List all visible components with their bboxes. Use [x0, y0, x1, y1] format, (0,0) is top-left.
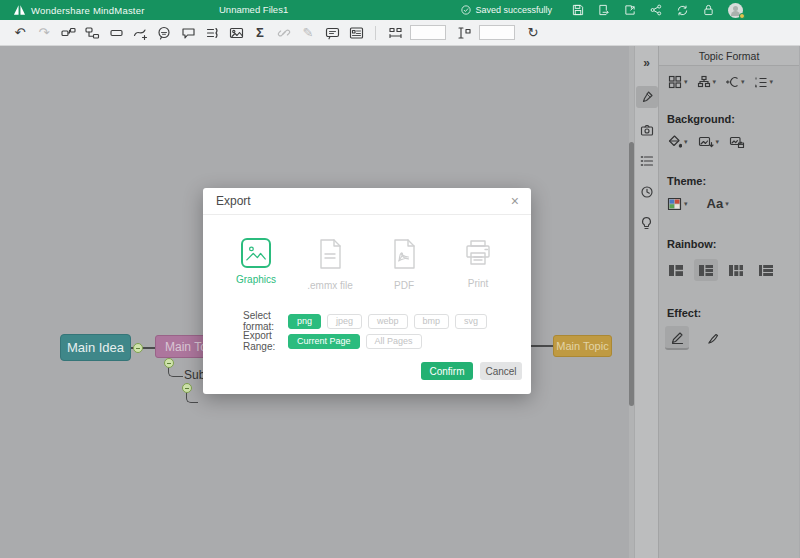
scrollbar-thumb[interactable]: [629, 142, 634, 406]
topic-format-panel: Topic Format ▾ ▾ ▾ ▾ Background: ▾ ▾ The…: [658, 46, 799, 558]
topic-width-input[interactable]: [410, 25, 446, 40]
effect-section-label: Effect:: [659, 307, 799, 319]
panel-title: Topic Format: [659, 46, 799, 66]
outline-view-button[interactable]: [344, 22, 368, 44]
confirm-button[interactable]: Confirm: [421, 362, 473, 380]
lock-icon[interactable]: [703, 4, 714, 16]
fill-color-dropdown[interactable]: ▾: [667, 134, 688, 149]
topbar: Wondershare MindMaster Unnamed Files1 Sa…: [0, 0, 800, 20]
export-type-pdf[interactable]: PDF: [367, 238, 441, 291]
close-icon[interactable]: ×: [511, 194, 519, 208]
collapse-handle-icon[interactable]: [164, 358, 174, 368]
export-type-emmx[interactable]: .emmx file: [293, 238, 367, 291]
hyperlink-button[interactable]: [272, 22, 296, 44]
summary-button[interactable]: [200, 22, 224, 44]
user-avatar[interactable]: [728, 3, 743, 18]
layout-style-dropdown[interactable]: ▾: [668, 75, 688, 89]
font-sample-text: Aa: [707, 196, 724, 211]
save-status: Saved successfully: [461, 5, 552, 15]
background-section-label: Background:: [659, 113, 799, 125]
range-options: Current Page All Pages: [288, 334, 422, 349]
canvas-vertical-scrollbar[interactable]: [629, 46, 634, 558]
caret-down-icon: ▾: [725, 200, 729, 208]
formula-button[interactable]: Σ: [248, 22, 272, 44]
outline-list-button[interactable]: [636, 150, 658, 172]
relationship-button[interactable]: [128, 22, 152, 44]
topic-height-input[interactable]: [479, 25, 515, 40]
brand: Wondershare MindMaster: [0, 4, 145, 16]
cancel-button[interactable]: Cancel: [480, 362, 522, 380]
graphics-icon: [241, 238, 271, 268]
node-main-topic-right[interactable]: Main Topic: [553, 335, 612, 357]
rainbow-style-2-button[interactable]: [694, 259, 718, 281]
format-row: Select format: png jpeg webp bmp svg: [243, 310, 487, 332]
comment-button[interactable]: [152, 22, 176, 44]
rainbow-style-4-button[interactable]: [754, 259, 778, 281]
dialog-title: Export: [216, 194, 511, 208]
share-nodes-icon[interactable]: [650, 4, 662, 16]
export-type-list: Graphics .emmx file PDF Print: [219, 238, 515, 291]
insert-image-button[interactable]: [224, 22, 248, 44]
collapse-panel-button[interactable]: »: [636, 52, 658, 74]
format-svg-button[interactable]: svg: [455, 314, 487, 329]
idea-bulb-button[interactable]: [636, 212, 658, 234]
effect-pencil-button[interactable]: [665, 326, 689, 350]
export-dialog: Export × Graphics .emmx file PDF Print S…: [203, 188, 531, 394]
effect-pen-button[interactable]: [701, 326, 725, 350]
snapshot-button[interactable]: [636, 119, 658, 141]
redo-button[interactable]: ↷: [32, 22, 56, 44]
node-main-idea[interactable]: Main Idea: [60, 334, 131, 361]
toolbar-separator: [375, 26, 376, 40]
collapse-handle-icon[interactable]: [133, 343, 143, 353]
caret-down-icon: ▾: [684, 200, 688, 208]
connector-style-dropdown[interactable]: ▾: [725, 75, 745, 89]
theme-color-dropdown[interactable]: ▾: [667, 197, 688, 211]
format-bmp-button[interactable]: bmp: [414, 314, 450, 329]
undo-button[interactable]: ↶: [8, 22, 32, 44]
remove-background-button[interactable]: [729, 135, 745, 149]
caret-down-icon: ▾: [684, 78, 688, 86]
pen-button[interactable]: ✎: [296, 22, 320, 44]
floating-topic-button[interactable]: [104, 22, 128, 44]
insert-subtopic-button[interactable]: [80, 22, 104, 44]
dialog-footer: Confirm Cancel: [421, 362, 522, 380]
note-button[interactable]: [320, 22, 344, 44]
theme-font-dropdown[interactable]: Aa▾: [707, 196, 729, 211]
format-webp-button[interactable]: webp: [368, 314, 408, 329]
topic-width-icon: [383, 22, 407, 44]
numbering-dropdown[interactable]: ▾: [754, 76, 774, 89]
topbar-actions: Saved successfully: [461, 0, 800, 20]
caret-down-icon: ▾: [713, 78, 717, 86]
caret-down-icon: ▾: [716, 138, 720, 146]
range-current-page-button[interactable]: Current Page: [288, 334, 360, 349]
publish-icon[interactable]: [624, 4, 636, 16]
callout-button[interactable]: [176, 22, 200, 44]
insert-topic-button[interactable]: [56, 22, 80, 44]
caret-down-icon: ▾: [741, 78, 745, 86]
background-controls: ▾ ▾: [659, 134, 799, 149]
export-type-graphics[interactable]: Graphics: [219, 238, 293, 291]
collapse-handle-icon[interactable]: [182, 383, 192, 393]
rainbow-options: [659, 259, 799, 281]
range-all-pages-button[interactable]: All Pages: [366, 334, 422, 349]
sync-icon[interactable]: [676, 4, 689, 17]
format-jpeg-button[interactable]: jpeg: [327, 314, 362, 329]
background-image-dropdown[interactable]: ▾: [698, 135, 720, 149]
structure-dropdown[interactable]: ▾: [697, 75, 717, 89]
export-file-icon[interactable]: [598, 4, 610, 16]
format-png-button[interactable]: png: [288, 314, 321, 329]
rainbow-style-3-button[interactable]: [724, 259, 748, 281]
export-type-print[interactable]: Print: [441, 238, 515, 291]
pdf-file-icon: [391, 238, 417, 274]
rainbow-style-1-button[interactable]: [664, 259, 688, 281]
history-button[interactable]: [636, 181, 658, 203]
avatar-head: [733, 6, 738, 11]
rainbow-section-label: Rainbow:: [659, 238, 799, 250]
save-icon[interactable]: [572, 4, 584, 16]
format-options: png jpeg webp bmp svg: [288, 314, 487, 329]
dialog-header: Export ×: [203, 188, 531, 215]
document-title: Unnamed Files1: [219, 0, 288, 20]
format-label: Select format:: [243, 310, 288, 332]
format-brush-button[interactable]: [636, 86, 658, 108]
refresh-button[interactable]: ↻: [521, 22, 545, 44]
